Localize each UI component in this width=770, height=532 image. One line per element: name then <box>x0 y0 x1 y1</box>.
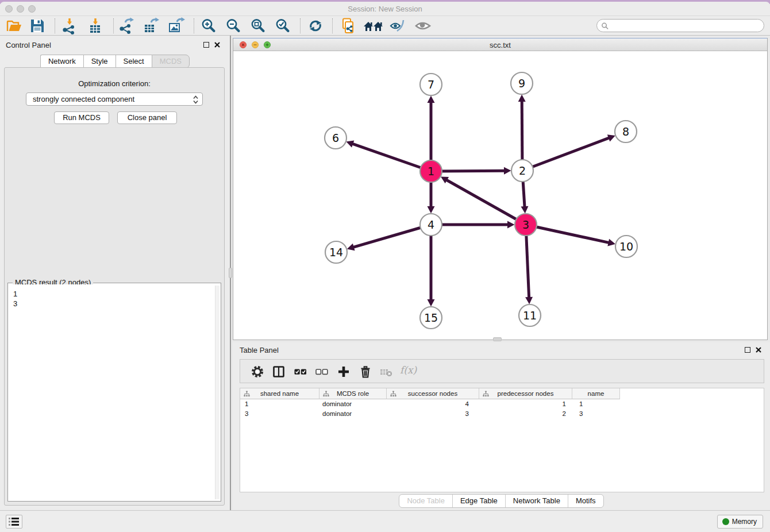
tab-motifs[interactable]: Motifs <box>568 495 603 507</box>
zoom-selected-icon[interactable] <box>274 17 291 34</box>
cell-shared-name[interactable]: 3 <box>240 409 319 419</box>
tab-network[interactable]: Network <box>40 55 83 68</box>
edge-4-14[interactable] <box>353 225 431 248</box>
tab-select[interactable]: Select <box>116 55 152 68</box>
graph-node-label: 9 <box>518 77 525 90</box>
tab-node-table[interactable]: Node Table <box>399 495 452 507</box>
list-icon <box>9 517 20 526</box>
cell-predecessor-nodes[interactable]: 1 <box>479 399 572 409</box>
column-header-predecessor-nodes[interactable]: predecessor nodes <box>479 388 572 399</box>
tab-mcds[interactable]: MCDS <box>152 55 190 68</box>
toggle-views-icon[interactable] <box>389 17 406 34</box>
edge-arrowhead <box>607 239 615 246</box>
memory-label: Memory <box>732 518 757 526</box>
search-icon <box>601 22 609 30</box>
graph-node-label: 8 <box>622 125 629 138</box>
run-mcds-button[interactable]: Run MCDS <box>54 111 109 124</box>
mcds-result-text[interactable]: 1 3 <box>9 284 220 500</box>
add-row-icon[interactable] <box>337 365 351 379</box>
open-session-icon[interactable] <box>5 17 22 34</box>
column-header-shared-name[interactable]: shared name <box>240 388 319 399</box>
float-table-panel-icon[interactable] <box>745 347 750 353</box>
column-label: predecessor nodes <box>498 390 554 397</box>
delete-rows-trash-icon[interactable] <box>359 365 372 379</box>
graph-node-label: 7 <box>428 78 434 91</box>
toolbar-separator <box>194 18 194 33</box>
clear-all-checkboxes-icon[interactable] <box>315 365 329 379</box>
edge-arrowhead <box>428 299 435 307</box>
result-scrollbar[interactable] <box>215 286 220 499</box>
graph-node-label: 6 <box>332 132 339 144</box>
export-table-icon[interactable] <box>143 17 160 34</box>
optimization-criterion-value: strongly connected component <box>33 95 134 103</box>
cell-name[interactable]: 3 <box>572 409 620 419</box>
duplicate-network-icon[interactable] <box>340 17 357 34</box>
save-session-icon[interactable] <box>29 17 46 34</box>
close-panel-button[interactable]: Close panel <box>117 111 177 124</box>
cell-predecessor-nodes[interactable]: 2 <box>479 409 572 419</box>
table-panel: Table Panel <box>233 342 770 510</box>
table-row[interactable]: 1 dominator 4 1 1 <box>240 399 764 409</box>
edge-arrowhead <box>518 94 526 102</box>
search-input[interactable] <box>611 20 759 31</box>
table-toolbar: f(x) <box>240 359 764 383</box>
search-field[interactable] <box>596 19 764 32</box>
float-panel-icon[interactable] <box>203 42 209 48</box>
vertical-splitter-handle[interactable] <box>229 268 232 278</box>
settings-gear-icon[interactable] <box>251 365 264 379</box>
edge-arrowhead <box>521 206 528 214</box>
control-panel: Control Panel NetworkStyleSelectMCDS Opt… <box>0 36 231 510</box>
cell-mcds-role[interactable]: dominator <box>319 399 387 409</box>
edge-2-8[interactable] <box>522 138 610 171</box>
column-header-name[interactable]: name <box>572 388 620 399</box>
tree-icon <box>244 391 250 397</box>
column-label: successor nodes <box>408 390 457 397</box>
network-window-titlebar[interactable]: scc.txt <box>233 38 767 51</box>
graph-node-label: 4 <box>428 218 434 231</box>
cell-mcds-role[interactable]: dominator <box>319 409 387 419</box>
memory-button[interactable]: Memory <box>717 515 763 529</box>
home-layout-icon[interactable] <box>363 17 384 34</box>
task-history-button[interactable] <box>6 515 22 529</box>
cell-successor-nodes[interactable]: 3 <box>387 409 479 419</box>
edge-3-1[interactable] <box>446 180 526 225</box>
show-columns-icon[interactable] <box>272 365 286 379</box>
tab-network-table[interactable]: Network Table <box>505 495 568 507</box>
close-panel-icon[interactable] <box>214 41 221 48</box>
horizontal-splitter-handle[interactable] <box>493 337 502 341</box>
optimization-criterion-select[interactable]: strongly connected component <box>26 92 203 106</box>
control-panel-title: Control Panel <box>6 41 51 49</box>
toolbar-separator <box>113 18 114 33</box>
main-titlebar: Session: New Session <box>0 2 770 16</box>
zoom-in-icon[interactable] <box>200 17 217 34</box>
window-title: Session: New Session <box>0 5 770 13</box>
column-label: shared name <box>260 390 299 397</box>
column-header-successor-nodes[interactable]: successor nodes <box>387 388 479 399</box>
export-network-icon[interactable] <box>118 17 135 34</box>
zoom-fit-icon[interactable] <box>249 17 267 34</box>
cell-name[interactable]: 1 <box>572 399 620 409</box>
zoom-out-icon[interactable] <box>225 17 242 34</box>
column-header-mcds-role[interactable]: MCDS role <box>319 388 387 399</box>
table-header-row: shared name MCDS role <box>240 388 764 399</box>
tab-style[interactable]: Style <box>83 55 116 68</box>
graph-node-label: 11 <box>523 309 537 322</box>
edge-3-10[interactable] <box>526 225 610 243</box>
import-table-icon[interactable] <box>87 17 104 34</box>
cell-successor-nodes[interactable]: 4 <box>387 399 479 409</box>
import-network-icon[interactable] <box>60 17 78 34</box>
tree-icon <box>323 391 329 397</box>
export-image-icon[interactable] <box>168 17 185 34</box>
edge-arrowhead <box>347 244 355 250</box>
refresh-view-icon[interactable] <box>307 17 324 34</box>
cell-shared-name[interactable]: 1 <box>240 399 319 409</box>
edge-1-6[interactable] <box>352 144 431 171</box>
tab-edge-table[interactable]: Edge Table <box>452 495 505 507</box>
close-table-panel-icon[interactable] <box>755 346 762 353</box>
select-all-checkboxes-icon[interactable] <box>294 365 307 379</box>
toolbar-separator <box>300 18 301 33</box>
graphics-details-icon[interactable] <box>414 17 432 34</box>
table-row[interactable]: 3 dominator 3 2 3 <box>240 409 764 419</box>
network-canvas[interactable]: 7968124314101511 <box>233 51 767 340</box>
toolbar-separator <box>55 18 55 33</box>
